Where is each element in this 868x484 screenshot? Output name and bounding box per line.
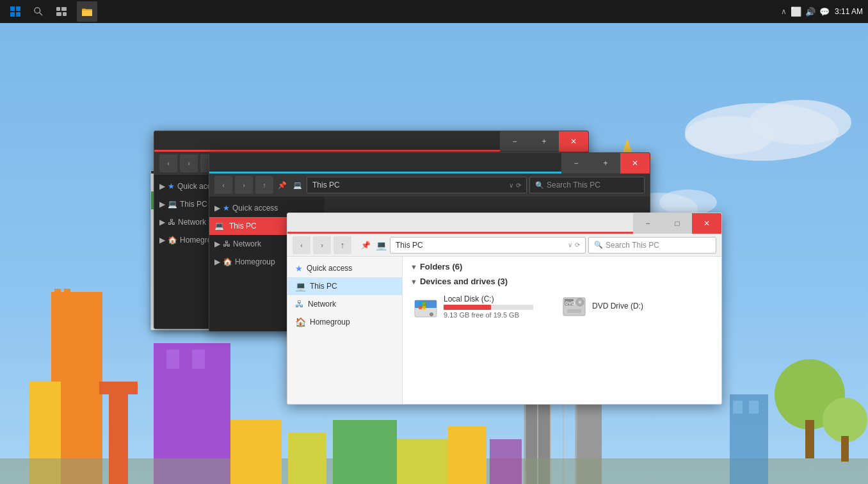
- win1-minimize-button[interactable]: −: [500, 131, 529, 152]
- svg-rect-52: [419, 306, 422, 309]
- folders-collapse-arrow[interactable]: ▼: [410, 263, 417, 271]
- svg-rect-60: [567, 309, 581, 313]
- folders-section-header[interactable]: ▼ Folders (6): [410, 262, 714, 271]
- win3-sidebar: ★ Quick access 💻 This PC 🖧 Network 🏠 Hom…: [287, 257, 403, 404]
- win3-toolbar: ‹ › ↑ 📌 💻 This PC ∨ ⟳ 🔍 Search This PC: [287, 234, 721, 257]
- win2-back-button[interactable]: ‹: [214, 176, 232, 194]
- devices-section-label: Devices and drives (3): [420, 277, 508, 286]
- win3-pin-icon: 📌: [359, 241, 372, 250]
- local-disk-usage-bar-container: [444, 305, 533, 310]
- desktop: ★ Quick This P 🖧 Netw Home − + ✕ ‹ › ↑ �: [0, 23, 868, 484]
- svg-rect-53: [422, 306, 426, 309]
- win1-forward-button[interactable]: ›: [180, 154, 198, 172]
- volume-icon[interactable]: 🔊: [805, 7, 816, 17]
- win3-titlebar: − □ ✕: [287, 213, 721, 234]
- svg-point-4: [35, 8, 40, 13]
- chevron-up-icon[interactable]: ∧: [781, 7, 787, 16]
- devices-section-header[interactable]: ▼ Devices and drives (3): [410, 277, 714, 286]
- notification-icon[interactable]: 💬: [819, 7, 830, 17]
- win2-pin-icon: 📌: [276, 176, 289, 194]
- win1-back-button[interactable]: ‹: [159, 154, 177, 172]
- svg-rect-34: [805, 420, 814, 458]
- win2-maximize-button[interactable]: +: [591, 153, 620, 173]
- svg-rect-41: [99, 382, 138, 394]
- svg-rect-8: [56, 12, 61, 16]
- svg-rect-43: [288, 433, 326, 484]
- task-view-button[interactable]: [51, 1, 72, 22]
- svg-rect-39: [749, 401, 759, 414]
- win3-search-bar[interactable]: 🔍 Search This PC: [588, 237, 716, 254]
- win3-body: ★ Quick access 💻 This PC 🖧 Network 🏠 Hom…: [287, 257, 721, 404]
- win3-minimize-button[interactable]: −: [633, 213, 663, 234]
- win1-close-button[interactable]: ✕: [559, 131, 588, 152]
- win2-up-button[interactable]: ↑: [255, 176, 273, 194]
- svg-point-59: [579, 301, 581, 303]
- system-clock: 3:11 AM: [835, 7, 863, 16]
- win1-titlebar: − + ✕: [154, 131, 588, 152]
- taskbar-tray-icons: ∧ ⬜ 🔊 💬: [781, 6, 830, 17]
- win1-maximize-button[interactable]: +: [529, 131, 559, 152]
- dvd-drive-item[interactable]: DVD DVD Drive (D:): [559, 291, 646, 322]
- local-disk-info: Local Disk (C:) 9.13 GB free of 19.5 GB: [444, 294, 533, 319]
- devices-grid: Local Disk (C:) 9.13 GB free of 19.5 GB: [410, 291, 714, 322]
- svg-rect-9: [63, 12, 67, 16]
- svg-point-15: [659, 190, 717, 215]
- dvd-drive-name: DVD Drive (D:): [592, 302, 643, 311]
- svg-text:DVD: DVD: [565, 301, 575, 305]
- win3-up-button[interactable]: ↑: [334, 236, 351, 254]
- win3-pc-icon: 💻: [374, 240, 387, 250]
- svg-rect-17: [54, 289, 61, 302]
- local-disk-icon: [413, 294, 438, 319]
- folders-section-label: Folders (6): [420, 262, 462, 271]
- file-explorer-taskbar-button[interactable]: [77, 1, 97, 22]
- win3-address-text: This PC: [396, 241, 423, 250]
- svg-rect-51: [422, 302, 426, 305]
- svg-rect-45: [397, 439, 448, 484]
- svg-rect-44: [333, 420, 397, 484]
- svg-rect-47: [490, 439, 522, 484]
- win3-search-placeholder: Search This PC: [606, 241, 659, 250]
- win2-titlebar: − + ✕: [209, 153, 650, 173]
- svg-rect-2: [10, 12, 15, 17]
- win3-maximize-button[interactable]: □: [663, 213, 692, 234]
- win2-address-text: This PC: [312, 181, 340, 190]
- win2-pc-icon: 💻: [291, 176, 304, 194]
- monitor-icon[interactable]: ⬜: [791, 6, 801, 17]
- svg-rect-20: [166, 350, 179, 369]
- win3-sidebar-quick-access[interactable]: ★ Quick access: [287, 259, 402, 277]
- svg-rect-46: [448, 426, 486, 484]
- svg-rect-36: [841, 436, 849, 462]
- win3-address-bar[interactable]: This PC ∨ ⟳: [390, 237, 586, 254]
- taskbar-search-icon[interactable]: [28, 1, 49, 22]
- win3-close-button[interactable]: ✕: [692, 213, 721, 234]
- dvd-drive-info: DVD Drive (D:): [592, 302, 643, 312]
- clock-time: 3:11 AM: [835, 7, 863, 16]
- devices-collapse-arrow[interactable]: ▼: [410, 278, 417, 286]
- win3-controls: − □ ✕: [633, 213, 721, 234]
- win3-sidebar-homegroup[interactable]: 🏠 Homegroup: [287, 313, 402, 331]
- win2-forward-button[interactable]: ›: [235, 176, 253, 194]
- win2-search-bar[interactable]: 🔍 Search This PC: [529, 177, 645, 193]
- win2-address-bar[interactable]: This PC ∨ ⟳: [307, 177, 527, 193]
- local-disk-name: Local Disk (C:): [444, 294, 533, 303]
- svg-point-54: [430, 312, 433, 316]
- win3-sidebar-network[interactable]: 🖧 Network: [287, 295, 402, 313]
- win2-toolbar: ‹ › ↑ 📌 💻 This PC ∨ ⟳ 🔍 Search This PC: [209, 173, 650, 197]
- dvd-drive-icon: DVD: [561, 294, 587, 319]
- svg-rect-21: [192, 350, 205, 369]
- local-disk-item[interactable]: Local Disk (C:) 9.13 GB free of 19.5 GB: [410, 291, 536, 322]
- svg-line-5: [40, 13, 42, 15]
- svg-point-13: [685, 116, 775, 154]
- win2-search-placeholder: Search This PC: [547, 181, 600, 190]
- start-button[interactable]: [5, 1, 26, 22]
- svg-point-35: [823, 398, 867, 442]
- win2-minimize-button[interactable]: −: [561, 153, 591, 173]
- win1-controls: − + ✕: [500, 131, 588, 152]
- svg-rect-18: [64, 289, 70, 305]
- win3-sidebar-this-pc[interactable]: 💻 This PC: [287, 277, 402, 295]
- svg-rect-0: [10, 6, 15, 11]
- local-disk-usage-bar: [444, 305, 491, 310]
- win2-close-button[interactable]: ✕: [620, 153, 650, 173]
- win3-forward-button[interactable]: ›: [313, 236, 331, 254]
- win3-back-button[interactable]: ‹: [293, 236, 310, 254]
